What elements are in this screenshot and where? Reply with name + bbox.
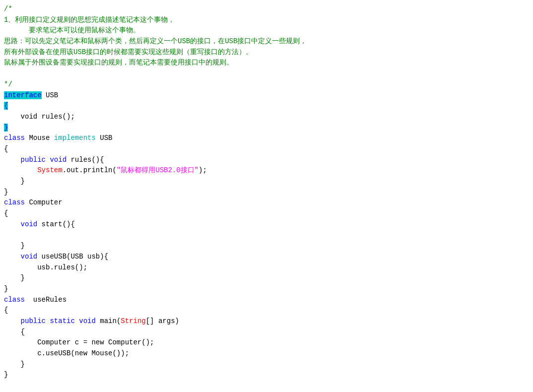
code-line: c.useUSB(new Mouse()); <box>0 348 533 359</box>
code-line: Computer c = new Computer(); <box>0 337 533 348</box>
code-line: { <box>0 327 533 338</box>
code-line: System.out.println("鼠标都得用USB2.0接口"); <box>0 165 533 176</box>
code-line: void rules(); <box>0 112 533 123</box>
code-line: 1、利用接口定义规则的思想完成描述笔记本这个事物， <box>0 15 533 26</box>
code-line: class Computer <box>0 197 533 208</box>
code-line: class useRules <box>0 295 533 306</box>
code-line: 鼠标属于外围设备需要实现接口的规则，而笔记本需要使用接口中的规则。 <box>0 58 533 68</box>
code-line: } <box>0 284 533 295</box>
code-line: { <box>0 305 533 316</box>
code-line: } <box>0 273 533 284</box>
code-line: */ <box>0 79 533 90</box>
code-line: class Mouse implements USB <box>0 133 533 144</box>
code-line: { <box>0 208 533 219</box>
code-line: } <box>0 359 533 370</box>
code-line: public void rules(){ <box>0 155 533 166</box>
code-line: 所有外部设备在使用该USB接口的时候都需要实现这些规则（重写接口的方法）。 <box>0 47 533 58</box>
code-line: } <box>0 370 533 381</box>
code-line: /* <box>0 4 533 15</box>
code-line <box>0 68 533 79</box>
code-line: { <box>0 101 533 112</box>
code-line: public static void main(String[] args) <box>0 316 533 327</box>
code-line: } <box>0 176 533 187</box>
code-line: } <box>0 187 533 198</box>
code-line: void useUSB(USB usb){ <box>0 252 533 262</box>
code-line: 思路：可以先定义笔记本和鼠标两个类，然后再定义一个USB的接口，在USB接口中定… <box>0 36 533 47</box>
code-line: usb.rules(); <box>0 262 533 273</box>
code-editor: /* 1、利用接口定义规则的思想完成描述笔记本这个事物， 要求笔记本可以使用鼠标… <box>0 0 533 392</box>
code-line: } <box>0 241 533 252</box>
code-line: void start(){ <box>0 219 533 230</box>
code-line: interface USB <box>0 90 533 101</box>
code-line: { <box>0 144 533 155</box>
code-line: } <box>0 123 533 133</box>
code-line <box>0 230 533 241</box>
code-line: 要求笔记本可以使用鼠标这个事物。 <box>0 25 533 36</box>
